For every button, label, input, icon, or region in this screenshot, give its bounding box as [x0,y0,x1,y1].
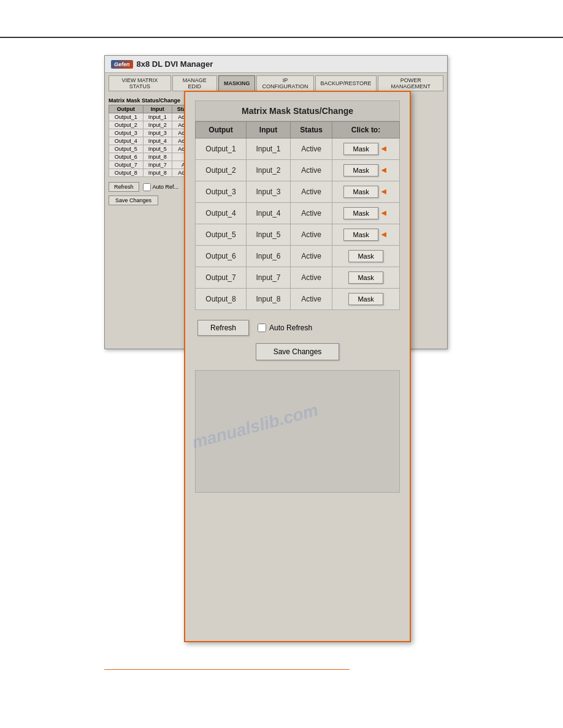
mask-button-6[interactable]: Mask [348,250,383,262]
cell-input: Input_1 [247,138,291,160]
mask-button-2[interactable]: Mask [343,164,378,176]
cell-input: Input_6 [247,246,291,267]
small-table-cell: Input_1 [143,113,172,121]
small-table-cell: Output_3 [109,129,144,137]
arrow-indicator-1: ◄ [380,143,388,153]
cell-status: Active [291,224,332,246]
small-refresh-button[interactable]: Refresh [109,182,139,192]
table-row: Output_5Input_5ActiveMask◄ [196,224,400,246]
cell-output: Output_1 [196,138,247,160]
save-section: Save Changes [195,343,400,360]
small-table-cell: Output_8 [109,169,144,177]
small-table-cell: Output_5 [109,145,144,153]
cell-input: Input_3 [247,181,291,203]
cell-input: Input_5 [247,224,291,246]
cell-mask-action: Mask [332,246,400,267]
cell-input: Input_2 [247,160,291,181]
bg-titlebar: Gefen 8x8 DL DVI Manager [105,56,447,73]
table-row: Output_2Input_2ActiveMask◄ [196,160,400,181]
mask-button-7[interactable]: Mask [348,271,383,284]
cell-output: Output_8 [196,289,247,310]
table-row: Output_6Input_6ActiveMask [196,246,400,267]
cell-mask-action: Mask◄ [332,160,400,181]
small-table-cell: Output_4 [109,137,144,145]
table-row: Output_3Input_3ActiveMask◄ [196,181,400,203]
arrow-indicator-3: ◄ [380,186,388,196]
table-row: Output_4Input_4ActiveMask◄ [196,203,400,224]
small-table-cell: Input_2 [143,121,172,129]
small-table-cell: Input_3 [143,129,172,137]
save-changes-button[interactable]: Save Changes [256,343,340,360]
cell-input: Input_4 [247,203,291,224]
table-row: Output_8Input_8ActiveMask [196,289,400,310]
nav-masking[interactable]: MASKING [218,75,256,91]
small-table-cell: Output_7 [109,161,144,169]
small-table-cell: Input_8 [143,153,172,161]
small-col-input: Input [143,105,172,113]
nav-view-matrix[interactable]: VIEW MATRIX STATUS [109,75,171,91]
cell-input: Input_8 [247,289,291,310]
col-header-output: Output [196,122,247,138]
arrow-indicator-2: ◄ [380,165,388,175]
cell-mask-action: Mask [332,289,400,310]
cell-output: Output_6 [196,246,247,267]
auto-refresh-checkbox[interactable] [258,324,266,332]
nav-power-mgmt[interactable]: POWER MANAGEMENT [378,75,443,91]
table-row: Output_7Input_7ActiveMask [196,267,400,289]
nav-manage-edid[interactable]: MANAGE EDID [172,75,217,91]
main-panel: Matrix Mask Status/Change Output Input S… [184,91,411,642]
top-rule [0,37,563,38]
cell-status: Active [291,160,332,181]
cell-mask-action: Mask◄ [332,181,400,203]
cell-status: Active [291,267,332,289]
small-auto-refresh: Auto Ref... [143,183,179,191]
cell-output: Output_7 [196,267,247,289]
bg-window-title: 8x8 DL DVI Manager [137,59,213,69]
mask-button-8[interactable]: Mask [348,293,383,305]
mask-button-4[interactable]: Mask [343,207,378,219]
cell-output: Output_3 [196,181,247,203]
mask-table: Output Input Status Click to: Output_1In… [195,121,400,310]
cell-mask-action: Mask◄ [332,224,400,246]
small-auto-refresh-label: Auto Ref... [153,184,179,190]
mask-button-1[interactable]: Mask [343,143,378,155]
small-save-changes-button[interactable]: Save Changes [109,195,158,205]
small-table-cell: Output_6 [109,153,144,161]
refresh-button[interactable]: Refresh [197,320,249,336]
cell-input: Input_7 [247,267,291,289]
refresh-section: Refresh Auto Refresh [195,320,400,336]
cell-status: Active [291,138,332,160]
small-table-cell: Input_8 [143,169,172,177]
gefen-logo: Gefen [111,60,133,69]
bottom-info-area [195,370,400,493]
cell-status: Active [291,289,332,310]
table-row: Output_1Input_1ActiveMask◄ [196,138,400,160]
cell-status: Active [291,203,332,224]
nav-backup-restore[interactable]: BACKUP/RESTORE [315,75,377,91]
col-header-clickto: Click to: [332,122,400,138]
small-auto-refresh-checkbox[interactable] [143,183,151,191]
arrow-indicator-4: ◄ [380,208,388,218]
small-table-cell: Output_2 [109,121,144,129]
mask-panel-header: Matrix Mask Status/Change [195,100,400,121]
col-header-input: Input [247,122,291,138]
nav-ip-config[interactable]: IP CONFIGURATION [256,75,313,91]
main-panel-inner: Matrix Mask Status/Change Output Input S… [185,92,410,501]
cell-mask-action: Mask [332,267,400,289]
mask-button-5[interactable]: Mask [343,229,378,241]
small-table-cell: Input_7 [143,161,172,169]
auto-refresh-label: Auto Refresh [269,324,312,332]
cell-status: Active [291,181,332,203]
cell-status: Active [291,246,332,267]
cell-output: Output_5 [196,224,247,246]
cell-output: Output_2 [196,160,247,181]
col-header-status: Status [291,122,332,138]
mask-button-3[interactable]: Mask [343,186,378,198]
small-table-cell: Input_4 [143,137,172,145]
cell-mask-action: Mask◄ [332,138,400,160]
cell-mask-action: Mask◄ [332,203,400,224]
auto-refresh-section: Auto Refresh [258,324,312,332]
small-table-cell: Output_1 [109,113,144,121]
bottom-rule [104,669,350,670]
small-table-cell: Input_5 [143,145,172,153]
